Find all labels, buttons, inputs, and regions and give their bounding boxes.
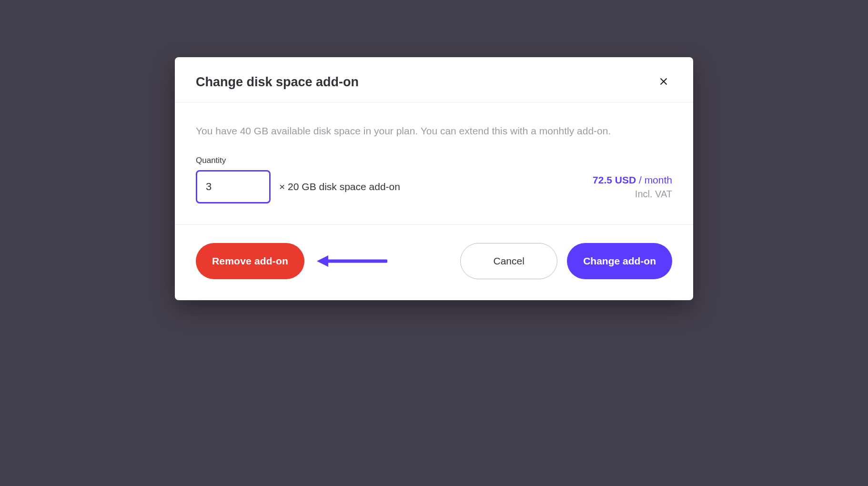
price-vat-note: Incl. VAT [593,189,672,200]
quantity-label: Quantity [196,156,672,165]
modal-title: Change disk space add-on [196,75,359,90]
quantity-input[interactable] [196,170,271,203]
close-icon [659,77,668,88]
price-line: 72.5 USD / month [593,174,672,186]
modal-body: You have 40 GB available disk space in y… [175,102,693,225]
quantity-left-group: × 20 GB disk space add-on [196,170,400,203]
change-addon-button[interactable]: Change add-on [567,243,672,279]
footer-left-group: Remove add-on [196,243,387,279]
modal-description: You have 40 GB available disk space in y… [196,125,672,137]
remove-addon-button[interactable]: Remove add-on [196,243,304,279]
footer-right-group: Cancel Change add-on [460,243,672,279]
modal-header: Change disk space add-on [175,57,693,102]
quantity-row: × 20 GB disk space add-on 72.5 USD / mon… [196,170,672,203]
price-amount: 72.5 USD [593,174,636,185]
modal-footer: Remove add-on Cancel Change add-on [175,225,693,300]
price-block: 72.5 USD / month Incl. VAT [593,174,672,200]
change-disk-space-modal: Change disk space add-on You have 40 GB … [175,57,693,300]
svg-marker-3 [317,255,328,267]
price-period: month [645,174,672,185]
close-button[interactable] [655,73,672,91]
arrow-annotation-icon [316,252,387,271]
quantity-unit-label: × 20 GB disk space add-on [279,181,400,192]
cancel-button[interactable]: Cancel [460,243,557,279]
price-separator: / [636,174,645,185]
